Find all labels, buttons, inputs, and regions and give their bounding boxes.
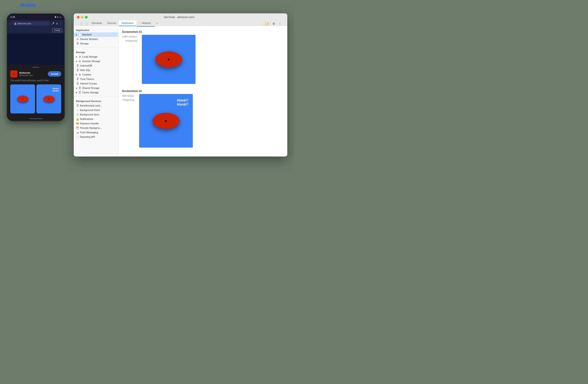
sidebar-item-push[interactable]: ☁ Push Messaging [74,130,118,135]
manifest-label: Manifest [82,33,92,36]
local-storage-label: Local Storage [82,55,97,58]
inspect-icon[interactable]: ⬚ [79,21,84,26]
tabs-right: ⚠ 2 ⚙ ⋮ [263,21,284,26]
mobile-phone: 2:24 ✱ ▾ ▭ ⌂ 🔒 airhorner.com 🎤 ⬇ ⋮ Insta… [7,13,65,121]
download-icon: ⬇ [56,22,58,25]
bluetooth-icon: ✱ [55,16,56,18]
settings-icon[interactable]: ⚙ [271,21,276,26]
tab-elements[interactable]: Elements [89,20,105,26]
bg-sync-label: Background Sync [80,113,99,116]
install-button-main[interactable]: Install [48,71,61,77]
phone-main-content [7,34,64,65]
reporting-label: Reporting API [80,136,95,138]
horn-1 [155,51,182,67]
sidebar-item-cache-storage[interactable]: ▶ 🗄 Cache Storage [74,90,118,95]
mic-icon: 🎤 [51,22,55,25]
tab-sources[interactable]: Sources [105,20,119,26]
sidebar-item-interest-groups[interactable]: 🗄 Interest Groups [74,81,118,86]
sidebar-item-trust-tokens[interactable]: 🗄 Trust Tokens [74,77,118,81]
minimize-button[interactable] [81,16,84,19]
screenshot-2-meta: 360×640px image/png [122,94,134,102]
mobile-label: Mobile [20,2,36,8]
wifi-icon: ▾ [57,16,58,18]
tab-network-label: Network [142,22,151,24]
device-icon[interactable]: ⬜ [84,21,89,26]
screenshot-2-row: 360×640px image/png Honk!!Honk!! [122,94,284,148]
notifications-icon: 🔔 [76,118,79,121]
cache-storage-icon: 🗄 [78,91,81,94]
warning-badge-icon: ⚠ [265,22,267,25]
home-icon: ⌂ [9,22,11,25]
service-workers-label: Service Workers [80,38,98,40]
sidebar-item-back-forward[interactable]: 🗄 Back/forward cach... [74,103,118,108]
devtools-window: DevTools - airhorner.com/ ⬚ ⬜ Elements S… [74,13,287,157]
cookies-label: Cookies [82,73,91,76]
sidebar-item-notifications[interactable]: 🔔 Notifications [74,117,118,121]
sidebar-item-session-storage[interactable]: ▶ ⊞ Session Storage [74,59,118,63]
back-forward-label: Back/forward cach... [80,104,102,107]
warning-badge[interactable]: ⚠ 2 [263,22,270,25]
tab-application[interactable]: Application [119,20,136,26]
phone-screenshot-2: Honk!!Honk!! [36,84,61,113]
storage-icon: 🗄 [76,42,79,45]
sidebar-item-shared-storage[interactable]: ▶ 🗄 Shared Storage [74,86,118,90]
notifications-label: Notifications [80,118,93,120]
close-button[interactable] [77,16,80,19]
horn-2 [153,113,179,129]
cache-storage-arrow: ▶ [76,92,77,94]
phone-status-bar: 2:24 ✱ ▾ ▭ [7,14,64,20]
sidebar-item-payment[interactable]: 💳 Payment Handler [74,121,118,126]
session-storage-icon: ⊞ [78,60,81,63]
storage-label: Storage [80,42,89,45]
sidebar-item-local-storage[interactable]: ▶ ⊞ Local Storage [74,55,118,59]
interest-groups-icon: 🗄 [76,82,79,85]
install-button-top[interactable]: Install [52,28,62,32]
sidebar-item-storage[interactable]: 🗄 Storage [74,41,118,46]
sidebar-item-web-sql[interactable]: 🗄 Web SQL [74,68,118,72]
payment-icon: 💳 [76,122,79,125]
sidebar-item-indexeddb[interactable]: 🗄 IndexedDB [74,63,118,68]
sidebar-item-cookies[interactable]: ▶ ✿ Cookies [74,72,118,77]
sidebar-item-bg-sync[interactable]: ↻ Background Sync [74,112,118,117]
sidebar-item-periodic-bg[interactable]: ⏰ Periodic Backgrou... [74,126,118,130]
web-sql-label: Web SQL [80,69,91,71]
sidebar-item-service-workers[interactable]: ⚙ Service Workers [74,37,118,41]
phone-screenshot-1 [10,84,35,113]
manifest-icon: 📄 [78,33,81,36]
screenshot-1-meta: 1080×1920px image/png [122,35,137,43]
phone-app-info: Airhorner airhorner.com Install [9,69,62,79]
sidebar-divider-1 [74,47,118,47]
honk-text-mobile: Honk!!Honk!! [53,88,59,92]
service-workers-icon: ⚙ [76,38,79,41]
phone-home-indicator [7,117,64,121]
window-controls [77,16,87,19]
app-name: Airhorner [19,71,46,74]
sidebar-divider-2 [74,96,118,96]
sidebar-item-bg-fetch[interactable]: ↕ Background Fetch [74,108,118,112]
tab-network[interactable]: ⚠ Network [136,20,153,26]
screenshot-2-image[interactable]: Honk!!Honk!! [139,94,193,148]
shared-storage-label: Shared Storage [82,87,99,89]
devtools-main-panel: Screenshot #1 1080×1920px image/png Scre… [118,27,287,157]
tab-more[interactable]: » [153,20,160,26]
sidebar-item-manifest[interactable]: ▶ 📄 Manifest [74,32,118,37]
screenshot-1-dimensions: 1080×1920px [122,35,137,39]
sidebar-item-reporting[interactable]: 📄 Reporting API [74,135,118,139]
warning-icon: ⚠ [139,21,141,24]
screenshot-1-row: 1080×1920px image/png [122,35,284,84]
maximize-button[interactable] [85,16,87,19]
local-storage-icon: ⊞ [78,55,81,58]
phone-address-input[interactable]: 🔒 airhorner.com [12,21,50,26]
section-application: Application [74,27,118,32]
cache-storage-label: Cache Storage [82,91,99,94]
app-domain: airhorner.com [19,74,46,77]
devtools-sidebar: Application ▶ 📄 Manifest ⚙ Service Worke… [74,27,118,157]
section-background-services: Background Services [74,98,118,103]
phone-screenshots: Honk!!Honk!! [9,83,62,114]
titlebar-top: DevTools - airhorner.com/ [77,16,284,20]
session-storage-label: Session Storage [82,60,100,62]
more-menu-icon[interactable]: ⋮ [277,21,282,26]
screenshot-1-image[interactable] [142,35,195,84]
shared-storage-arrow: ▶ [76,87,77,89]
interest-groups-label: Interest Groups [80,82,97,85]
